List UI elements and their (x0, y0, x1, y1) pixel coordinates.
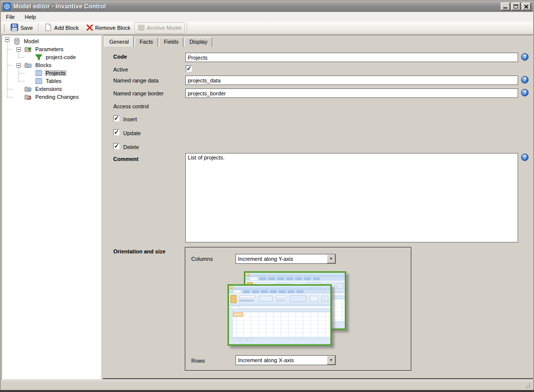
window-bottom-frame (0, 390, 534, 392)
save-label: Save (20, 25, 33, 31)
app-icon (3, 2, 11, 10)
save-icon (10, 23, 18, 32)
tree-item-label: Parameters (34, 46, 65, 52)
status-bar (1, 381, 533, 390)
checkmark-icon: ✓ (114, 129, 119, 136)
named-range-data-input[interactable] (185, 76, 518, 85)
tab-display[interactable]: Display (184, 37, 212, 47)
tree-item-pending-changes[interactable]: Pending Changes (24, 93, 79, 101)
help-icon-comment[interactable]: ? (521, 154, 529, 161)
tree-line (18, 68, 19, 81)
chevron-down-icon[interactable]: ▼ (327, 254, 335, 263)
menu-file[interactable]: File (1, 13, 20, 21)
named-range-border-input[interactable] (185, 88, 518, 98)
application-window: Model editor - Invantive Control File He… (0, 0, 534, 392)
help-icon-named-range-border[interactable]: ? (521, 89, 529, 96)
menu-help[interactable]: Help (20, 13, 41, 21)
code-input[interactable] (185, 53, 518, 62)
excel-preview-front-image (228, 284, 332, 346)
tree-line (18, 81, 24, 81)
add-block-label: Add Block (54, 25, 79, 31)
insert-label: Insert (123, 116, 137, 122)
update-label: Update (123, 130, 141, 136)
tab-facts[interactable]: Facts (135, 37, 158, 47)
checkmark-icon: ✓ (114, 143, 119, 150)
expander-model[interactable] (5, 37, 9, 42)
rows-dropdown[interactable]: Increment along X-axis ▼ (235, 355, 336, 365)
tree-item-label: Pending Changes (34, 94, 79, 100)
tree-item-extensions[interactable]: Extensions (24, 85, 63, 93)
minimize-button[interactable] (501, 2, 510, 10)
archive-model-button[interactable]: Archive Model (134, 22, 185, 34)
remove-block-button[interactable]: Remove Block (82, 22, 134, 34)
tree-line (7, 65, 12, 66)
rows-dropdown-value: Increment along X-axis (236, 356, 327, 365)
close-icon (524, 4, 529, 10)
detail-panel: Code ? Active ✓ Named range data ? Named… (103, 35, 533, 379)
funnel-icon (35, 53, 43, 61)
code-label: Code (113, 54, 127, 60)
tree-item-label: project-code (45, 54, 77, 60)
comment-textarea[interactable]: List of projects. (185, 153, 518, 242)
window-title: Model editor - Invantive Control (13, 3, 106, 10)
tab-fields[interactable]: Fields (159, 37, 183, 47)
active-label: Active (113, 67, 128, 73)
toolbar-separator-2 (187, 23, 187, 32)
red-x-icon (86, 24, 93, 32)
excel-ribbon (229, 294, 330, 306)
orientation-groupbox: Columns Increment along Y-axis ▼ (185, 247, 411, 371)
resize-grip-icon[interactable] (525, 383, 531, 389)
tree-item-label: Tables (45, 78, 63, 84)
columns-label: Columns (191, 256, 213, 262)
checkmark-icon: ✓ (114, 115, 119, 122)
maximize-button[interactable] (511, 2, 521, 10)
tree-line (7, 89, 13, 89)
tree-item-parameters[interactable]: Parameters (24, 45, 65, 53)
delete-label: Delete (123, 144, 139, 150)
archive-model-label: Archive Model (147, 25, 182, 31)
tree-item-blocks[interactable]: Blocks (24, 61, 52, 69)
parameters-folder-icon (24, 45, 32, 53)
title-bar[interactable]: Model editor - Invantive Control (1, 1, 533, 12)
toolbar: Save Add Block Remove Block Archive Mode… (1, 22, 533, 34)
chevron-down-icon[interactable]: ▼ (327, 356, 335, 365)
minimize-icon (503, 7, 507, 8)
office-button-icon (230, 286, 233, 289)
rows-label: Rows (191, 358, 205, 364)
blocks-folder-icon (24, 61, 32, 69)
insert-checkbox[interactable]: ✓ (113, 115, 120, 122)
update-checkbox[interactable]: ✓ (113, 129, 120, 136)
add-block-button[interactable]: Add Block (41, 22, 82, 34)
toolbar-grip[interactable] (3, 24, 5, 32)
tab-general[interactable]: General (104, 36, 134, 47)
help-icon-code[interactable]: ? (521, 53, 529, 61)
remove-block-label: Remove Block (95, 25, 131, 31)
database-icon (13, 37, 21, 45)
table-icon (35, 77, 43, 85)
tree-item-label: Blocks (34, 62, 52, 68)
save-button[interactable]: Save (7, 22, 36, 34)
model-tree-panel: Model Parameters project-code Blocks Pro… (1, 35, 101, 380)
tree-item-label: Extensions (34, 86, 63, 92)
tree-item-projects[interactable]: Projects (35, 69, 67, 77)
expander-blocks[interactable] (16, 63, 21, 68)
active-checkbox[interactable]: ✓ (186, 66, 192, 72)
delete-checkbox[interactable]: ✓ (113, 143, 120, 150)
pending-changes-folder-icon (24, 93, 32, 101)
archive-icon (138, 24, 145, 32)
tree-line (18, 57, 24, 58)
tree-item-label: Model (23, 38, 40, 44)
checkmark-icon: ✓ (186, 65, 191, 72)
help-icon-named-range-data[interactable]: ? (521, 76, 529, 83)
tree-item-model[interactable]: Model (13, 37, 40, 45)
new-page-icon (44, 23, 52, 32)
orientation-and-size-label: Orientation and size (113, 248, 165, 254)
tree-line (18, 73, 24, 74)
close-button[interactable] (522, 2, 531, 10)
tree-item-project-code[interactable]: project-code (35, 53, 77, 61)
columns-dropdown[interactable]: Increment along Y-axis ▼ (235, 254, 336, 264)
maximize-icon (514, 4, 518, 8)
comment-label: Comment (113, 156, 139, 162)
expander-parameters[interactable] (16, 47, 21, 52)
tree-item-tables[interactable]: Tables (35, 77, 63, 85)
